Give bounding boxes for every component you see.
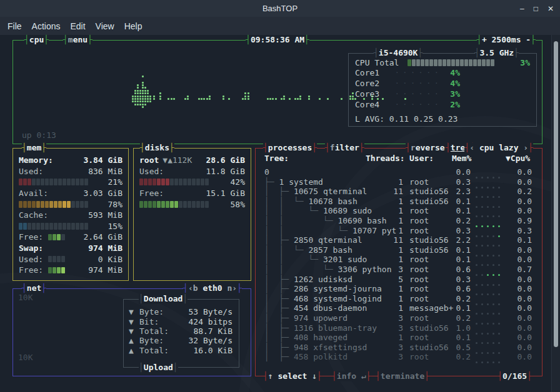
process-cpu: 0.0 xyxy=(503,352,532,361)
interval-plus-button[interactable]: + xyxy=(482,35,487,44)
process-mem: 0.3 xyxy=(443,275,471,284)
process-row[interactable]: │ ├─ 10675 qterminal11studio562.30.2 xyxy=(256,187,542,197)
process-row[interactable]: │ │ └─ 10707 pyt1root0.30.3 xyxy=(256,226,542,236)
mem-row: 15% xyxy=(13,221,128,232)
process-user: root xyxy=(409,275,429,284)
disk-io-indicator: ▼▲112K xyxy=(162,155,192,165)
process-threads: 1 xyxy=(349,206,403,215)
download-arrow-icon: ▼ xyxy=(129,317,139,326)
process-row[interactable]: ├─ 1 systemd1root0.30.0 xyxy=(256,177,542,187)
col-cpu[interactable]: ▼Cpu% xyxy=(506,154,530,163)
process-user: root xyxy=(409,352,429,361)
col-user[interactable]: User: xyxy=(409,154,434,163)
process-row[interactable]: │ ├─ 974 upowerd3root0.20.0 xyxy=(256,313,542,323)
col-threads[interactable]: Threads: xyxy=(366,154,405,163)
menu-file[interactable]: File xyxy=(8,21,22,31)
process-row[interactable]: │ │ └─ 3306 python3root0.60.7 xyxy=(256,265,542,275)
process-mem: 1.0 xyxy=(443,323,471,333)
process-row[interactable]: │ ├─ 948 xfsettingsd3studio560.50.0 xyxy=(256,343,542,353)
net-next-button[interactable]: n› xyxy=(228,283,238,293)
process-row[interactable]: │ ├─ 1262 udisksd5root0.30.0 xyxy=(256,275,542,285)
core-label: Core2 xyxy=(355,79,395,88)
process-row[interactable]: │ │ └─ 10690 bash1root0.20.9 xyxy=(256,216,542,226)
disk-name: root xyxy=(139,155,159,165)
process-cpu: 0.0 xyxy=(503,303,532,313)
disk-row: Free:15.1 GiB xyxy=(134,188,251,199)
process-cpu: 0.0 xyxy=(503,343,532,352)
process-cpu: 0.7 xyxy=(503,265,532,274)
menu-button[interactable]: ┤menu├ xyxy=(63,35,92,45)
window-title: BashTOP xyxy=(262,4,298,13)
col-mem[interactable]: Mem% xyxy=(452,154,471,163)
process-user: root xyxy=(409,226,429,235)
close-button[interactable]: ✕ xyxy=(548,4,554,13)
process-row[interactable]: │ ├─ 286 systemd-journa1root0.60.0 xyxy=(256,284,542,294)
process-row[interactable]: │ │ └─ 3201 sudo1root0.10.0 xyxy=(256,255,542,265)
sort-prev-button[interactable]: ‹ xyxy=(469,143,474,153)
minimize-button[interactable]: – xyxy=(520,4,524,13)
mem-row: Used:836 MiB xyxy=(13,166,128,177)
cpu-core-row: Core2·······4% xyxy=(349,78,536,89)
process-list: 00.00.0├─ 1 systemd1root0.30.0│ ├─ 10675… xyxy=(256,167,542,362)
info-button[interactable]: ┤info ↵├ xyxy=(332,371,371,381)
process-mem: 0.0 xyxy=(443,167,471,177)
process-threads: 1 xyxy=(349,216,403,225)
scrollbar-thumb[interactable] xyxy=(554,41,558,347)
process-row[interactable]: 00.00.0 xyxy=(256,167,542,177)
process-row[interactable]: │ ├─ 458 polkitd3root0.20.0 xyxy=(256,352,542,362)
process-user: root xyxy=(409,333,429,342)
menu-help[interactable]: Help xyxy=(124,21,142,31)
sort-next-button[interactable]: › xyxy=(523,143,528,153)
net-row: ▼Bit:424 bitps xyxy=(124,316,239,326)
process-row[interactable]: │ ├─ 408 haveged1root0.10.0 xyxy=(256,333,542,343)
process-user: root xyxy=(409,206,429,215)
process-row[interactable]: │ ├─ 454 dbus-daemon1messageb+0.10.0 xyxy=(256,303,542,313)
process-cpu: 0.0 xyxy=(503,313,532,323)
disk-stats: root ▼▲112K 28.6 GiB Used:11.8 GiB42%Fre… xyxy=(134,155,251,210)
core-percent: 3% xyxy=(441,89,460,99)
download-arrow-icon: ▼ xyxy=(129,326,139,336)
mem-row: Memory:3.84 GiB xyxy=(13,155,128,166)
menu-edit[interactable]: Edit xyxy=(70,21,85,31)
cpu-total-percent: 3% xyxy=(511,58,530,67)
process-cpu: 0.0 xyxy=(503,284,532,293)
process-row[interactable]: │ ├─ 1316 blueman-tray3studio561.00.0 xyxy=(256,323,542,333)
process-row[interactable]: │ │ └─ 10689 sudo1root0.10.0 xyxy=(256,206,542,216)
process-mem: 0.3 xyxy=(443,226,471,235)
load-average: L AVG: 0.11 0.25 0.23 xyxy=(355,114,458,124)
process-row[interactable]: │ ├─ 468 systemd-logind1root0.20.0 xyxy=(256,294,542,304)
process-name: │ ├─ 974 upowerd xyxy=(264,313,348,323)
terminate-button[interactable]: ┤terminate├ xyxy=(376,371,429,381)
net-row: ▲Total:16.0 KiB xyxy=(124,346,239,355)
process-row[interactable]: │ │ └─ 2857 bash1studio560.10.0 xyxy=(256,245,542,255)
mem-row: 78% xyxy=(13,198,128,210)
disk-row: 42% xyxy=(134,177,251,188)
reverse-button[interactable]: ┤reverse├ xyxy=(406,143,449,153)
interval-minus-button[interactable]: - xyxy=(526,35,531,44)
disk-meter xyxy=(139,179,209,185)
process-user: root xyxy=(409,255,429,264)
maximize-button[interactable]: □ xyxy=(534,4,538,13)
menu-actions[interactable]: Actions xyxy=(32,21,61,31)
window-controls: – □ ✕ xyxy=(520,0,554,17)
interval-value: 2500ms xyxy=(492,35,521,44)
mem-box-title: ┤mem├ xyxy=(22,143,46,153)
process-row[interactable]: │ ├─ 2850 qterminal11studio562.20.1 xyxy=(256,235,542,245)
net-row: ▼Byte:53 Byte/s xyxy=(124,307,239,316)
process-row[interactable]: │ │ └─ 10678 bash1studio560.10.0 xyxy=(256,197,542,207)
col-tree[interactable]: Tree: xyxy=(264,154,289,163)
mem-row: Free:2.64 GiB xyxy=(13,232,128,243)
sort-value: cpu lazy xyxy=(479,143,519,152)
process-user: root xyxy=(409,216,429,225)
filter-button[interactable]: ┤filter├ xyxy=(325,143,364,153)
disks-box: ┤disks├ root ▼▲112K 28.6 GiB Used:11.8 G… xyxy=(133,148,251,281)
upload-arrow-icon: ▲ xyxy=(129,336,139,345)
uptime: up 0:13 xyxy=(22,130,56,140)
select-control[interactable]: ┤↑ select ↓├ xyxy=(263,371,322,381)
core-label: Core1 xyxy=(355,68,395,77)
menu-view[interactable]: View xyxy=(96,21,114,31)
mem-box: ┤mem├ Memory:3.84 GiBUsed:836 MiB21%Avai… xyxy=(12,148,129,281)
process-mem: 0.1 xyxy=(443,333,471,342)
net-prev-button[interactable]: ‹b xyxy=(188,283,198,293)
process-threads: 1 xyxy=(349,303,403,313)
